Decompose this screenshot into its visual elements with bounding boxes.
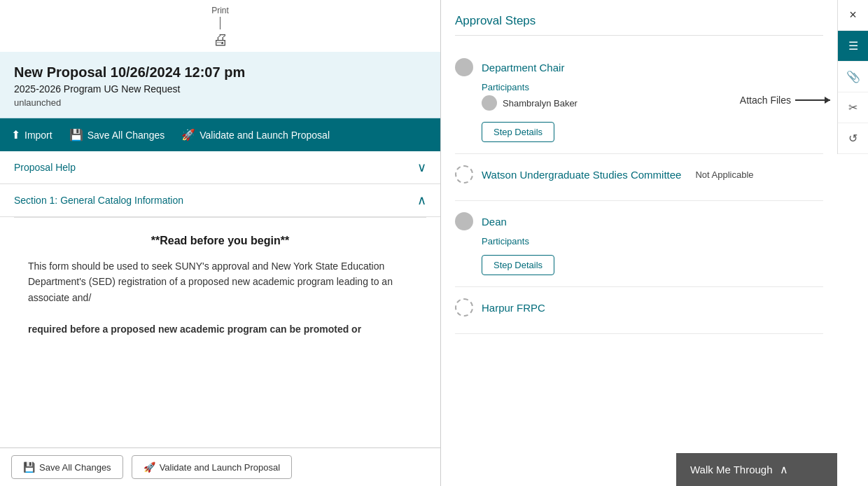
step-details-btn-dept-chair[interactable]: Step Details — [482, 122, 554, 142]
step-details-btn-dean[interactable]: Step Details — [482, 255, 554, 275]
bottom-save-label: Save All Changes — [39, 462, 111, 473]
step-header-harpur: Harpur FRPC — [455, 298, 823, 317]
approval-title: Approval Steps — [455, 14, 823, 36]
step-header-dean: Dean — [455, 212, 823, 230]
content-body-p2-text: required before a proposed new academic … — [28, 324, 361, 335]
import-label: Import — [24, 130, 52, 141]
toolbar: ⬆ Import 💾 Save All Changes 🚀 Validate a… — [0, 118, 440, 151]
bottom-rocket-icon: 🚀 — [144, 461, 155, 473]
print-icon[interactable]: 🖨 — [213, 31, 228, 49]
right-panel: × ☰ 📎 ✂ ↺ Approval Steps Attach Files — [441, 0, 868, 486]
bottom-save-icon: 💾 — [23, 461, 35, 473]
save-all-changes-button[interactable]: 💾 Save All Changes — [69, 125, 165, 144]
validate-label: Validate and Launch Proposal — [200, 130, 330, 141]
attach-files-annotation: Attach Files — [740, 95, 830, 106]
attach-button[interactable]: 📎 — [838, 62, 869, 92]
walk-me-through[interactable]: Walk Me Through ∧ — [676, 453, 837, 486]
bottom-validate-label: Validate and Launch Proposal — [160, 462, 281, 473]
left-panel: Print 🖨 New Proposal 10/26/2024 12:07 pm… — [0, 0, 441, 486]
import-button[interactable]: ⬆ Import — [11, 125, 52, 144]
main-layout: Print 🖨 New Proposal 10/26/2024 12:07 pm… — [0, 0, 868, 486]
save-icon: 💾 — [69, 128, 83, 141]
step-title-dean: Dean — [482, 216, 507, 228]
bottom-validate-button[interactable]: 🚀 Validate and Launch Proposal — [132, 455, 293, 479]
step-circle-dean — [455, 212, 473, 230]
step-title-harpur: Harpur FRPC — [482, 302, 545, 314]
section-1-chevron: ∧ — [417, 193, 426, 208]
proposal-help-row[interactable]: Proposal Help ∨ — [0, 151, 440, 184]
approval-content: Approval Steps Attach Files Department C… — [441, 0, 837, 486]
approval-step-watson: Watson Undergraduate Studies Committee N… — [455, 154, 823, 201]
attach-files-label: Attach Files — [740, 95, 791, 106]
approval-step-dean: Dean Participants Step Details — [455, 201, 823, 287]
step-title-watson: Watson Undergraduate Studies Committee — [482, 169, 681, 181]
scissors-button[interactable]: ✂ — [838, 92, 869, 123]
section-1-label: Section 1: General Catalog Information — [14, 195, 183, 206]
step-badge-watson: Not Applicable — [695, 169, 753, 180]
content-area: **Read before you begin** This form shou… — [0, 218, 440, 486]
attach-icon: 📎 — [846, 70, 860, 83]
list-button[interactable]: ☰ — [838, 31, 869, 62]
step-header-dept-chair: Department Chair — [455, 58, 823, 76]
proposal-help-label: Proposal Help — [14, 162, 76, 173]
close-button[interactable]: × — [838, 0, 869, 31]
history-icon: ↺ — [848, 132, 858, 145]
list-icon: ☰ — [848, 39, 858, 53]
proposal-info: New Proposal 10/26/2024 12:07 pm 2025-20… — [14, 64, 245, 108]
step-participants-label-dean: Participants — [482, 236, 823, 247]
import-icon: ⬆ — [11, 128, 20, 141]
proposal-title: New Proposal 10/26/2024 12:07 pm — [14, 64, 245, 81]
scissors-icon: ✂ — [848, 101, 858, 114]
proposal-help-chevron: ∨ — [417, 160, 426, 175]
content-body-p2: required before a proposed new academic … — [28, 321, 412, 337]
bottom-bar: 💾 Save All Changes 🚀 Validate and Launch… — [0, 447, 440, 486]
step-circle-harpur — [455, 298, 473, 317]
content-title: **Read before you begin** — [28, 235, 412, 247]
step-title-dept-chair: Department Chair — [482, 62, 564, 74]
approval-step-harpur: Harpur FRPC — [455, 287, 823, 334]
attach-files-arrow — [795, 99, 830, 101]
content-body-p1: This form should be used to seek SUNY's … — [28, 258, 412, 305]
history-button[interactable]: ↺ — [838, 123, 869, 154]
step-participants-label-dept-chair: Participants — [482, 82, 823, 92]
print-label: Print — [211, 6, 229, 15]
save-label: Save All Changes — [88, 130, 165, 141]
walk-me-through-chevron: ∧ — [780, 463, 788, 476]
section-1-row[interactable]: Section 1: General Catalog Information ∧ — [0, 184, 440, 217]
proposal-header: New Proposal 10/26/2024 12:07 pm 2025-20… — [0, 52, 440, 118]
proposal-status: unlaunched — [14, 97, 245, 108]
print-header: Print 🖨 — [0, 0, 440, 52]
step-circle-dept-chair — [455, 58, 473, 76]
validate-launch-button[interactable]: 🚀 Validate and Launch Proposal — [181, 125, 330, 144]
participant-avatar-shambralyn — [482, 95, 497, 111]
proposal-subtitle: 2025-2026 Program UG New Request — [14, 83, 245, 95]
step-circle-watson — [455, 165, 473, 183]
walk-me-through-label: Walk Me Through — [690, 464, 773, 475]
content-body: This form should be used to seek SUNY's … — [28, 258, 412, 337]
participant-name-shambralyn: Shambralyn Baker — [503, 98, 578, 109]
close-icon: × — [849, 8, 857, 22]
print-arrow-line — [220, 17, 220, 29]
print-arrow-area: Print 🖨 — [0, 6, 440, 49]
rocket-icon: 🚀 — [181, 128, 195, 141]
step-header-watson: Watson Undergraduate Studies Committee N… — [455, 165, 823, 183]
side-icons: × ☰ 📎 ✂ ↺ — [837, 0, 868, 154]
bottom-save-button[interactable]: 💾 Save All Changes — [11, 455, 123, 479]
